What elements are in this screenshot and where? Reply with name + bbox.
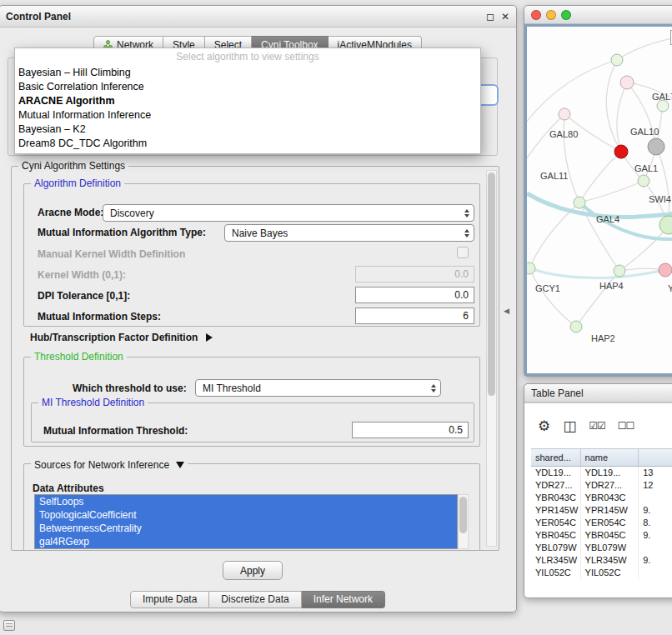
dropdown-items: Bayesian – Hill ClimbingBasic Correlatio… — [15, 66, 480, 151]
network-node[interactable] — [611, 54, 623, 66]
table-cell: YIL052C — [581, 567, 639, 579]
attribute-item[interactable]: TopologicalCoefficient — [35, 508, 457, 522]
zoom-traffic-light[interactable] — [561, 10, 571, 20]
network-canvas-svg[interactable]: GAL7GAL80GAL10GAL11GAL1SWI4GAL4GCY1HAP4Y… — [527, 27, 672, 376]
bottom-tab-infer-network[interactable]: Infer Network — [302, 591, 385, 608]
apply-button[interactable]: Apply — [223, 561, 283, 580]
table-row[interactable]: YER054CYER054C8. — [531, 517, 672, 529]
table-cell: YBR043C — [581, 492, 639, 504]
gear-icon[interactable]: ⚙ — [538, 419, 550, 433]
table-body: YDL19...YDL19...13YDR27...YDR27...12YBR0… — [531, 467, 672, 579]
close-traffic-light[interactable] — [531, 10, 541, 20]
network-window-titlebar[interactable] — [524, 6, 672, 24]
splitter-collapse-arrow[interactable]: ◀ — [504, 307, 509, 315]
network-edge[interactable] — [527, 114, 564, 164]
algorithm-option[interactable]: ARACNE Algorithm — [15, 94, 480, 108]
network-node[interactable] — [657, 100, 669, 112]
network-edge[interactable] — [576, 271, 619, 327]
network-edge[interactable] — [527, 60, 617, 127]
bottom-tab-impute-data[interactable]: Impute Data — [130, 591, 209, 608]
dpi-tolerance-label: DPI Tolerance [0,1]: — [38, 290, 130, 302]
table-cell: 8. — [639, 517, 672, 529]
settings-scrollbar[interactable] — [486, 170, 497, 547]
control-panel-titlebar[interactable]: Control Panel ◻ ✕ — [0, 6, 516, 28]
attributes-scrollbar-thumb[interactable] — [459, 497, 467, 533]
dpi-tolerance-field[interactable]: 0.0 — [355, 287, 474, 303]
table-row[interactable]: YBR045CYBR045C9. — [531, 529, 672, 542]
table-row[interactable]: YIL052CYIL052C — [531, 567, 672, 579]
table-cell: YDL19... — [531, 467, 581, 479]
control-panel-title: Control Panel — [6, 11, 71, 22]
network-node[interactable] — [638, 175, 649, 187]
network-node-label: GAL80 — [549, 129, 578, 139]
network-edge[interactable] — [529, 268, 665, 278]
mi-type-select[interactable]: Naive Bayes — [224, 224, 474, 242]
mi-steps-field[interactable]: 6 — [355, 308, 474, 324]
network-node[interactable] — [648, 138, 664, 155]
bottom-tab-discretize-data[interactable]: Discretize Data — [209, 591, 301, 608]
sources-group: Sources for Network Inference Data Attri… — [23, 463, 480, 550]
network-node[interactable] — [559, 108, 570, 120]
network-edge[interactable] — [564, 114, 579, 202]
mi-threshold-field[interactable]: 0.5 — [352, 422, 469, 438]
attribute-item[interactable]: BetweennessCentrality — [35, 522, 457, 535]
settings-scrollbar-thumb[interactable] — [488, 172, 495, 396]
table-row[interactable]: YBR043CYBR043C — [531, 492, 672, 504]
network-edge[interactable] — [617, 82, 627, 152]
network-edge[interactable] — [579, 202, 672, 239]
algorithm-definition-title: Algorithm Definition — [31, 178, 124, 189]
clear-columns-icon[interactable]: ☐☐ — [618, 421, 634, 431]
column-header[interactable]: name — [581, 449, 639, 466]
algorithm-option[interactable]: Dream8 DC_TDC Algorithm — [15, 137, 480, 151]
which-threshold-select[interactable]: MI Threshold — [195, 379, 441, 397]
table-row[interactable]: YDR27...YDR27...12 — [531, 479, 672, 492]
network-node[interactable] — [570, 321, 582, 332]
manual-kernel-checkbox[interactable] — [457, 247, 469, 258]
network-canvas[interactable]: GAL7GAL80GAL10GAL11GAL1SWI4GAL4GCY1HAP4Y… — [524, 24, 672, 376]
table-panel-content: ⚙◫☑☑☐☐ shared...name YDL19...YDL19...13Y… — [524, 402, 672, 598]
network-node[interactable] — [574, 197, 585, 208]
columns-icon[interactable]: ◫ — [563, 419, 576, 433]
table-cell: 9. — [639, 554, 672, 567]
table-row[interactable]: YDL19...YDL19...13 — [531, 467, 672, 479]
table-row[interactable]: YBL079WYBL079W — [531, 542, 672, 554]
algorithm-option[interactable]: Basic Correlation Inference — [15, 80, 480, 94]
network-node[interactable] — [659, 216, 672, 234]
select-columns-icon[interactable]: ☑☑ — [589, 421, 605, 431]
table-header-row: shared...name — [531, 448, 672, 467]
network-edge[interactable] — [617, 38, 672, 60]
algorithm-option[interactable]: Bayesian – K2 — [15, 122, 480, 137]
minimized-panel-icon[interactable] — [3, 620, 15, 631]
sources-group-title[interactable]: Sources for Network Inference — [31, 458, 188, 472]
attribute-item[interactable]: gal4RGexp — [35, 535, 457, 548]
algorithm-option[interactable]: Bayesian – Hill Climbing — [15, 66, 480, 80]
table-panel-titlebar[interactable]: Table Panel — [524, 384, 672, 402]
table-panel-window: Table Panel ⚙◫☑☑☐☐ shared...name YDL19..… — [524, 383, 672, 598]
network-node[interactable] — [620, 76, 634, 89]
dropdown-placeholder: Select algorithm to view settings — [15, 48, 480, 66]
table-cell: 13 — [639, 467, 672, 479]
data-attributes-list[interactable]: SelfLoopsTopologicalCoefficientBetweenne… — [34, 494, 458, 549]
table-row[interactable]: YPR145WYPR145W9. — [531, 504, 672, 517]
attribute-item[interactable]: SelfLoops — [35, 495, 457, 508]
network-node[interactable] — [614, 145, 628, 158]
network-view-window: GAL7GAL80GAL10GAL11GAL1SWI4GAL4GCY1HAP4Y… — [524, 5, 672, 377]
float-window-icon[interactable]: ◻ — [486, 12, 494, 22]
network-node[interactable] — [527, 262, 535, 274]
hub-definition-section[interactable]: Hub/Transcription Factor Definition — [30, 332, 217, 343]
attributes-scrollbar[interactable] — [458, 494, 469, 549]
algorithm-option[interactable]: Mutual Information Inference — [15, 108, 480, 122]
minimize-traffic-light[interactable] — [546, 10, 556, 20]
network-node[interactable] — [659, 263, 672, 277]
bottom-tab-bar: Impute DataDiscretize DataInfer Network — [0, 591, 516, 608]
network-node[interactable] — [614, 265, 625, 277]
which-threshold-label: Which threshold to use: — [73, 382, 187, 394]
close-icon[interactable]: ✕ — [501, 12, 509, 22]
aracne-mode-select[interactable]: Discovery — [103, 204, 474, 222]
column-header[interactable]: shared... — [531, 449, 581, 466]
network-edge[interactable] — [579, 181, 644, 202]
network-edge[interactable] — [579, 152, 621, 202]
table-row[interactable]: YLR345WYLR345W9. — [531, 554, 672, 567]
updown-arrows-icon — [464, 207, 469, 220]
column-header[interactable] — [639, 449, 672, 466]
